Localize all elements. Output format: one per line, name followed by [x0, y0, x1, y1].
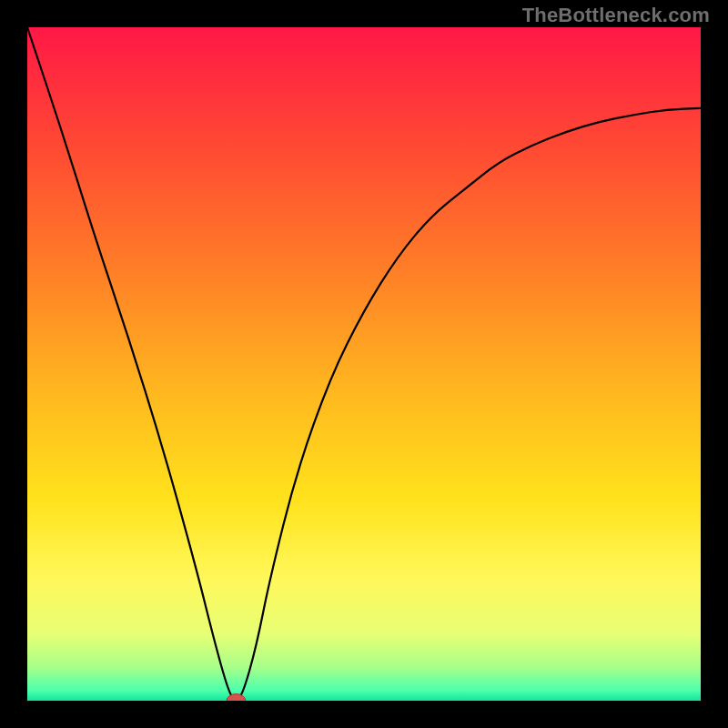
plot-area	[27, 27, 701, 701]
watermark-text: TheBottleneck.com	[522, 4, 710, 27]
plot-svg	[27, 27, 701, 701]
chart-frame: TheBottleneck.com	[0, 0, 728, 728]
gradient-background	[27, 27, 701, 701]
